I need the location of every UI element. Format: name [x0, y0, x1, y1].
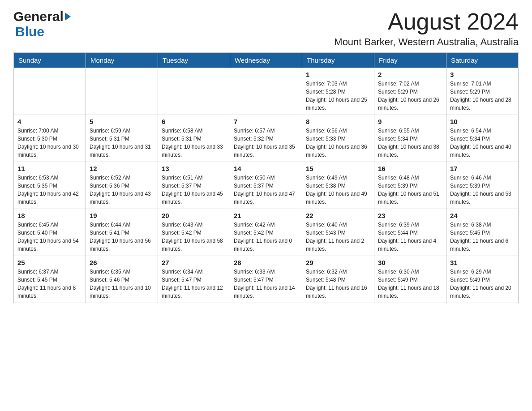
day-number: 9 — [378, 118, 442, 125]
day-number: 1 — [306, 71, 370, 78]
day-number: 20 — [162, 212, 226, 219]
col-thursday: Thursday — [302, 53, 374, 68]
day-info: Sunrise: 6:32 AMSunset: 5:48 PMDaylight:… — [306, 268, 370, 300]
day-info: Sunrise: 6:50 AMSunset: 5:37 PMDaylight:… — [234, 174, 298, 206]
day-info: Sunrise: 7:01 AMSunset: 5:29 PMDaylight:… — [450, 80, 515, 112]
day-number: 13 — [162, 165, 226, 172]
day-number: 18 — [17, 212, 82, 219]
calendar-week-row: 18Sunrise: 6:45 AMSunset: 5:40 PMDayligh… — [14, 209, 519, 256]
col-wednesday: Wednesday — [230, 53, 302, 68]
table-row: 28Sunrise: 6:33 AMSunset: 5:47 PMDayligh… — [230, 256, 302, 303]
table-row — [86, 68, 158, 115]
day-info: Sunrise: 6:45 AMSunset: 5:40 PMDaylight:… — [17, 221, 82, 253]
table-row: 29Sunrise: 6:32 AMSunset: 5:48 PMDayligh… — [302, 256, 374, 303]
day-number: 26 — [90, 259, 154, 266]
day-number: 8 — [306, 118, 370, 125]
calendar-week-row: 25Sunrise: 6:37 AMSunset: 5:45 PMDayligh… — [14, 256, 519, 303]
day-number: 27 — [162, 259, 226, 266]
table-row: 21Sunrise: 6:42 AMSunset: 5:42 PMDayligh… — [230, 209, 302, 256]
table-row: 25Sunrise: 6:37 AMSunset: 5:45 PMDayligh… — [14, 256, 86, 303]
table-row — [230, 68, 302, 115]
table-row: 10Sunrise: 6:54 AMSunset: 5:34 PMDayligh… — [446, 115, 519, 162]
day-info: Sunrise: 6:34 AMSunset: 5:47 PMDaylight:… — [162, 268, 226, 300]
calendar-week-row: 11Sunrise: 6:53 AMSunset: 5:35 PMDayligh… — [14, 162, 519, 209]
day-info: Sunrise: 6:53 AMSunset: 5:35 PMDaylight:… — [17, 174, 82, 206]
day-number: 25 — [17, 259, 82, 266]
day-info: Sunrise: 6:39 AMSunset: 5:44 PMDaylight:… — [378, 221, 442, 253]
day-number: 24 — [450, 212, 515, 219]
table-row: 27Sunrise: 6:34 AMSunset: 5:47 PMDayligh… — [158, 256, 230, 303]
table-row: 3Sunrise: 7:01 AMSunset: 5:29 PMDaylight… — [446, 68, 519, 115]
table-row: 12Sunrise: 6:52 AMSunset: 5:36 PMDayligh… — [86, 162, 158, 209]
table-row: 15Sunrise: 6:49 AMSunset: 5:38 PMDayligh… — [302, 162, 374, 209]
day-info: Sunrise: 6:35 AMSunset: 5:46 PMDaylight:… — [90, 268, 154, 300]
table-row: 20Sunrise: 6:43 AMSunset: 5:42 PMDayligh… — [158, 209, 230, 256]
table-row: 17Sunrise: 6:46 AMSunset: 5:39 PMDayligh… — [446, 162, 519, 209]
day-number: 10 — [450, 118, 515, 125]
table-row: 26Sunrise: 6:35 AMSunset: 5:46 PMDayligh… — [86, 256, 158, 303]
logo-triangle-icon — [65, 13, 71, 21]
location-title: Mount Barker, Western Australia, Austral… — [334, 36, 519, 48]
table-row: 13Sunrise: 6:51 AMSunset: 5:37 PMDayligh… — [158, 162, 230, 209]
day-info: Sunrise: 6:42 AMSunset: 5:42 PMDaylight:… — [234, 221, 298, 253]
day-info: Sunrise: 6:33 AMSunset: 5:47 PMDaylight:… — [234, 268, 298, 300]
day-info: Sunrise: 7:03 AMSunset: 5:28 PMDaylight:… — [306, 80, 370, 112]
day-info: Sunrise: 6:52 AMSunset: 5:36 PMDaylight:… — [90, 174, 154, 206]
day-info: Sunrise: 6:37 AMSunset: 5:45 PMDaylight:… — [17, 268, 82, 300]
table-row: 16Sunrise: 6:48 AMSunset: 5:39 PMDayligh… — [374, 162, 446, 209]
day-info: Sunrise: 6:30 AMSunset: 5:49 PMDaylight:… — [378, 268, 442, 300]
calendar-week-row: 4Sunrise: 7:00 AMSunset: 5:30 PMDaylight… — [14, 115, 519, 162]
day-number: 23 — [378, 212, 442, 219]
table-row: 2Sunrise: 7:02 AMSunset: 5:29 PMDaylight… — [374, 68, 446, 115]
day-number: 29 — [306, 259, 370, 266]
table-row: 11Sunrise: 6:53 AMSunset: 5:35 PMDayligh… — [14, 162, 86, 209]
day-info: Sunrise: 6:57 AMSunset: 5:32 PMDaylight:… — [234, 127, 298, 159]
day-number: 30 — [378, 259, 442, 266]
day-info: Sunrise: 6:29 AMSunset: 5:49 PMDaylight:… — [450, 268, 515, 300]
table-row: 19Sunrise: 6:44 AMSunset: 5:41 PMDayligh… — [86, 209, 158, 256]
day-number: 19 — [90, 212, 154, 219]
calendar-table: Sunday Monday Tuesday Wednesday Thursday… — [13, 52, 519, 303]
page-header: General Blue August 2024 Mount Barker, W… — [13, 9, 519, 48]
table-row: 8Sunrise: 6:56 AMSunset: 5:33 PMDaylight… — [302, 115, 374, 162]
table-row — [14, 68, 86, 115]
col-tuesday: Tuesday — [158, 53, 230, 68]
table-row: 22Sunrise: 6:40 AMSunset: 5:43 PMDayligh… — [302, 209, 374, 256]
day-info: Sunrise: 6:40 AMSunset: 5:43 PMDaylight:… — [306, 221, 370, 253]
day-info: Sunrise: 6:54 AMSunset: 5:34 PMDaylight:… — [450, 127, 515, 159]
day-info: Sunrise: 6:46 AMSunset: 5:39 PMDaylight:… — [450, 174, 515, 206]
day-info: Sunrise: 6:49 AMSunset: 5:38 PMDaylight:… — [306, 174, 370, 206]
table-row: 31Sunrise: 6:29 AMSunset: 5:49 PMDayligh… — [446, 256, 519, 303]
day-info: Sunrise: 6:55 AMSunset: 5:34 PMDaylight:… — [378, 127, 442, 159]
day-number: 6 — [162, 118, 226, 125]
calendar-header-row: Sunday Monday Tuesday Wednesday Thursday… — [14, 53, 519, 68]
day-number: 2 — [378, 71, 442, 78]
day-number: 5 — [90, 118, 154, 125]
day-number: 22 — [306, 212, 370, 219]
logo-general: General — [13, 9, 64, 24]
table-row: 5Sunrise: 6:59 AMSunset: 5:31 PMDaylight… — [86, 115, 158, 162]
logo-blue: Blue — [15, 24, 44, 39]
table-row: 24Sunrise: 6:38 AMSunset: 5:45 PMDayligh… — [446, 209, 519, 256]
day-number: 7 — [234, 118, 298, 125]
table-row: 18Sunrise: 6:45 AMSunset: 5:40 PMDayligh… — [14, 209, 86, 256]
table-row — [158, 68, 230, 115]
day-number: 11 — [17, 165, 82, 172]
col-monday: Monday — [86, 53, 158, 68]
table-row: 14Sunrise: 6:50 AMSunset: 5:37 PMDayligh… — [230, 162, 302, 209]
day-number: 12 — [90, 165, 154, 172]
table-row: 6Sunrise: 6:58 AMSunset: 5:31 PMDaylight… — [158, 115, 230, 162]
col-sunday: Sunday — [14, 53, 86, 68]
table-row: 30Sunrise: 6:30 AMSunset: 5:49 PMDayligh… — [374, 256, 446, 303]
day-info: Sunrise: 6:56 AMSunset: 5:33 PMDaylight:… — [306, 127, 370, 159]
logo: General Blue — [13, 9, 71, 39]
table-row: 23Sunrise: 6:39 AMSunset: 5:44 PMDayligh… — [374, 209, 446, 256]
day-number: 31 — [450, 259, 515, 266]
calendar-week-row: 1Sunrise: 7:03 AMSunset: 5:28 PMDaylight… — [14, 68, 519, 115]
day-info: Sunrise: 6:58 AMSunset: 5:31 PMDaylight:… — [162, 127, 226, 159]
day-number: 14 — [234, 165, 298, 172]
day-number: 17 — [450, 165, 515, 172]
day-number: 21 — [234, 212, 298, 219]
day-info: Sunrise: 6:48 AMSunset: 5:39 PMDaylight:… — [378, 174, 442, 206]
day-info: Sunrise: 7:00 AMSunset: 5:30 PMDaylight:… — [17, 127, 82, 159]
